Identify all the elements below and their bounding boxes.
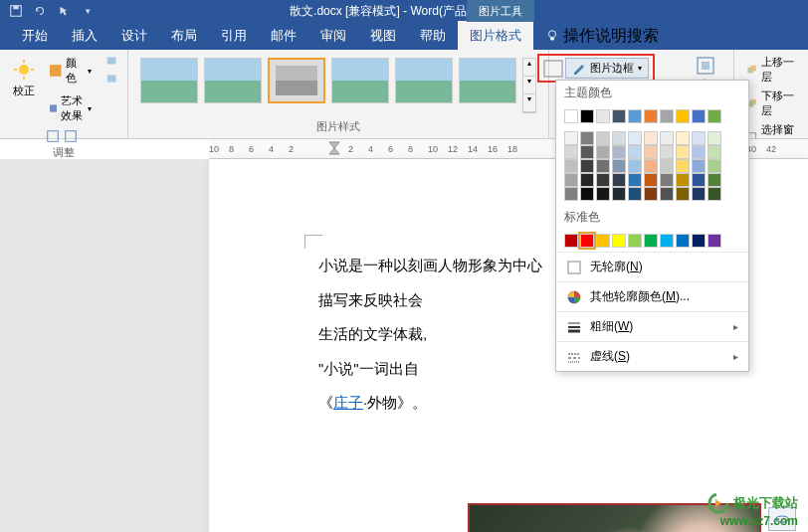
color-swatch[interactable] (692, 145, 706, 159)
color-swatch[interactable] (707, 173, 721, 187)
color-swatch[interactable] (628, 234, 642, 248)
no-outline-item[interactable]: 无轮廓(N) (556, 252, 748, 281)
color-swatch[interactable] (707, 131, 721, 145)
tab-insert[interactable]: 插入 (60, 21, 109, 51)
tab-home[interactable]: 开始 (10, 21, 60, 51)
tell-me-search[interactable]: 操作说明搜索 (545, 26, 659, 47)
indent-marker-icon[interactable] (328, 141, 340, 155)
color-swatch[interactable] (628, 145, 642, 159)
color-swatch[interactable] (692, 159, 706, 173)
send-backward-button[interactable]: 下移一层 (742, 88, 800, 119)
color-swatch[interactable] (580, 187, 594, 201)
color-swatch[interactable] (692, 187, 706, 201)
style-thumb-1[interactable] (140, 58, 198, 103)
undo-icon[interactable] (32, 3, 48, 19)
color-swatch[interactable] (596, 109, 610, 123)
color-swatch[interactable] (676, 173, 690, 187)
color-swatch[interactable] (564, 145, 578, 159)
cursor-icon[interactable] (56, 3, 72, 19)
color-swatch[interactable] (564, 131, 578, 145)
color-swatch[interactable] (692, 131, 706, 145)
tab-view[interactable]: 视图 (358, 21, 408, 51)
color-swatch[interactable] (644, 159, 658, 173)
color-swatch[interactable] (564, 234, 578, 248)
color-swatch[interactable] (692, 173, 706, 187)
style-thumb-5[interactable] (395, 58, 453, 103)
other-colors-item[interactable]: 其他轮廓颜色(M)... (556, 281, 748, 311)
color-swatch[interactable] (644, 131, 658, 145)
color-swatch[interactable] (628, 187, 642, 201)
color-swatch[interactable] (707, 109, 721, 123)
style-thumb-2[interactable] (204, 58, 262, 103)
color-swatch[interactable] (676, 109, 690, 123)
color-swatch[interactable] (660, 131, 674, 145)
weight-item[interactable]: 粗细(W) ▸ (556, 311, 748, 341)
color-swatch[interactable] (644, 234, 658, 248)
tab-design[interactable]: 设计 (109, 21, 159, 51)
color-swatch[interactable] (564, 159, 578, 173)
color-swatch[interactable] (580, 159, 594, 173)
color-swatch[interactable] (644, 173, 658, 187)
color-swatch[interactable] (612, 131, 626, 145)
change-picture-icon[interactable] (64, 129, 78, 143)
color-swatch[interactable] (676, 187, 690, 201)
position-icon[interactable] (694, 54, 717, 78)
tab-references[interactable]: 引用 (209, 21, 259, 51)
color-swatch[interactable] (707, 159, 721, 173)
color-swatch[interactable] (660, 145, 674, 159)
tab-mailings[interactable]: 邮件 (259, 21, 308, 51)
color-swatch[interactable] (580, 173, 594, 187)
color-swatch[interactable] (628, 109, 642, 123)
color-swatch[interactable] (580, 145, 594, 159)
compress-icon[interactable] (46, 129, 60, 143)
style-thumb-6[interactable] (459, 58, 516, 103)
color-swatch[interactable] (628, 131, 642, 145)
color-swatch[interactable] (660, 234, 674, 248)
bring-forward-button[interactable]: 上移一层 (742, 54, 800, 86)
color-swatch[interactable] (676, 145, 690, 159)
color-swatch[interactable] (644, 187, 658, 201)
color-swatch[interactable] (628, 159, 642, 173)
color-swatch[interactable] (660, 173, 674, 187)
tab-help[interactable]: 帮助 (408, 21, 458, 51)
color-swatch[interactable] (644, 145, 658, 159)
color-swatch[interactable] (596, 234, 610, 248)
color-swatch[interactable] (612, 173, 626, 187)
color-swatch[interactable] (596, 131, 610, 145)
color-swatch[interactable] (676, 131, 690, 145)
color-swatch[interactable] (660, 159, 674, 173)
color-swatch[interactable] (707, 234, 721, 248)
context-tab-picture-tools[interactable]: 图片工具 (467, 0, 534, 22)
color-swatch[interactable] (580, 109, 594, 123)
color-swatch[interactable] (612, 234, 626, 248)
save-icon[interactable] (8, 3, 24, 19)
reset-icon-2[interactable] (105, 72, 119, 86)
artistic-effects-button[interactable]: 艺术效果▾ (46, 91, 96, 125)
gallery-down-icon[interactable]: ▾ (523, 77, 535, 94)
color-swatch[interactable] (580, 131, 594, 145)
qat-more-icon[interactable]: ▾ (80, 3, 96, 19)
color-swatch[interactable] (692, 234, 706, 248)
picture-border-button[interactable]: 图片边框 ▾ (565, 58, 649, 79)
color-swatch[interactable] (596, 145, 610, 159)
color-swatch[interactable] (612, 159, 626, 173)
tab-review[interactable]: 审阅 (308, 21, 358, 51)
color-swatch[interactable] (596, 159, 610, 173)
color-swatch[interactable] (564, 187, 578, 201)
color-swatch[interactable] (612, 145, 626, 159)
color-swatch[interactable] (612, 109, 626, 123)
color-swatch[interactable] (676, 159, 690, 173)
picture-layout-icon[interactable] (543, 60, 563, 78)
color-swatch[interactable] (564, 173, 578, 187)
tab-picture-format[interactable]: 图片格式 (458, 21, 533, 51)
color-swatch[interactable] (660, 187, 674, 201)
style-thumb-4[interactable] (331, 58, 389, 103)
style-thumb-3[interactable] (268, 58, 325, 103)
color-swatch[interactable] (707, 145, 721, 159)
color-swatch[interactable] (580, 234, 594, 248)
doc-hyperlink[interactable]: 庄子 (333, 394, 363, 411)
corrections-button[interactable]: 校正 (8, 54, 40, 143)
color-swatch[interactable] (644, 109, 658, 123)
color-swatch[interactable] (596, 187, 610, 201)
color-swatch[interactable] (612, 187, 626, 201)
